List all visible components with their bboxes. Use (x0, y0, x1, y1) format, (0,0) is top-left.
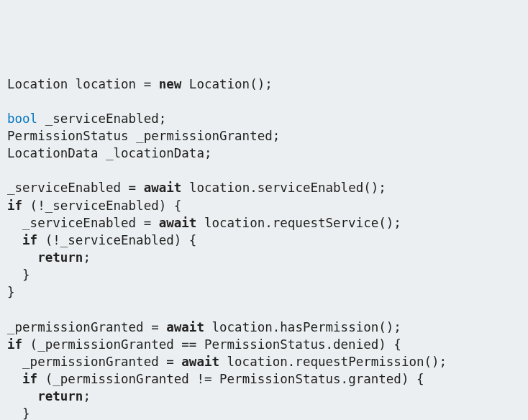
keyword-await: await (159, 216, 197, 230)
code-line: return; (7, 250, 91, 265)
code-text: location.requestService(); (196, 216, 401, 230)
type-bool: bool (7, 111, 37, 126)
code-text: PermissionStatus _permissionGranted; (7, 129, 280, 143)
code-text: _serviceEnabled; (37, 111, 166, 126)
code-text: location.serviceEnabled(); (181, 181, 386, 195)
code-text (7, 233, 22, 247)
code-text: } (7, 406, 30, 420)
code-text: (!_serviceEnabled) { (37, 233, 196, 247)
code-text: location.requestPermission(); (219, 355, 447, 369)
keyword-await: await (181, 355, 219, 369)
code-text: _serviceEnabled = (7, 181, 144, 195)
keyword-return: return (37, 389, 83, 403)
code-text: _serviceEnabled = (7, 216, 159, 230)
keyword-await: await (166, 320, 204, 334)
code-line: } (7, 406, 30, 420)
code-text: _permissionGranted = (7, 355, 181, 369)
keyword-await: await (144, 181, 182, 195)
keyword-if: if (7, 337, 22, 352)
code-line: _permissionGranted = await location.requ… (7, 355, 447, 369)
code-line: LocationData _locationData; (7, 146, 211, 160)
code-text: ; (83, 250, 91, 265)
code-text: ; (83, 389, 91, 403)
code-line: if (_permissionGranted == PermissionStat… (7, 337, 401, 352)
code-text: } (7, 268, 30, 282)
code-line: _serviceEnabled = await location.service… (7, 181, 386, 195)
code-text: Location location = (7, 77, 159, 91)
code-text (7, 250, 37, 265)
code-line: if (_permissionGranted != PermissionStat… (7, 372, 424, 386)
code-line: bool _serviceEnabled; (7, 111, 166, 126)
code-text: (_permissionGranted == PermissionStatus.… (22, 337, 401, 352)
code-line: return; (7, 389, 91, 403)
code-line: if (!_serviceEnabled) { (7, 233, 196, 247)
code-text (7, 372, 22, 386)
code-line: } (7, 285, 15, 299)
code-line: Location location = new Location(); (7, 77, 273, 91)
keyword-return: return (37, 250, 83, 265)
code-text: (_permissionGranted != PermissionStatus.… (37, 372, 424, 386)
code-line: } (7, 268, 30, 282)
code-line: PermissionStatus _permissionGranted; (7, 129, 280, 143)
code-text (7, 389, 37, 403)
code-text: location.hasPermission(); (204, 320, 401, 334)
code-block: Location location = new Location(); bool… (7, 76, 521, 420)
code-line: _permissionGranted = await location.hasP… (7, 320, 401, 334)
code-line: if (!_serviceEnabled) { (7, 198, 181, 213)
code-text: (!_serviceEnabled) { (22, 198, 181, 213)
code-text: } (7, 285, 15, 299)
keyword-if: if (7, 198, 22, 213)
code-line: _serviceEnabled = await location.request… (7, 216, 401, 230)
keyword-if: if (22, 372, 37, 386)
keyword-if: if (22, 233, 37, 247)
code-text: Location(); (181, 77, 272, 91)
code-text: _permissionGranted = (7, 320, 166, 334)
keyword-new: new (159, 77, 182, 91)
code-text: LocationData _locationData; (7, 146, 211, 160)
